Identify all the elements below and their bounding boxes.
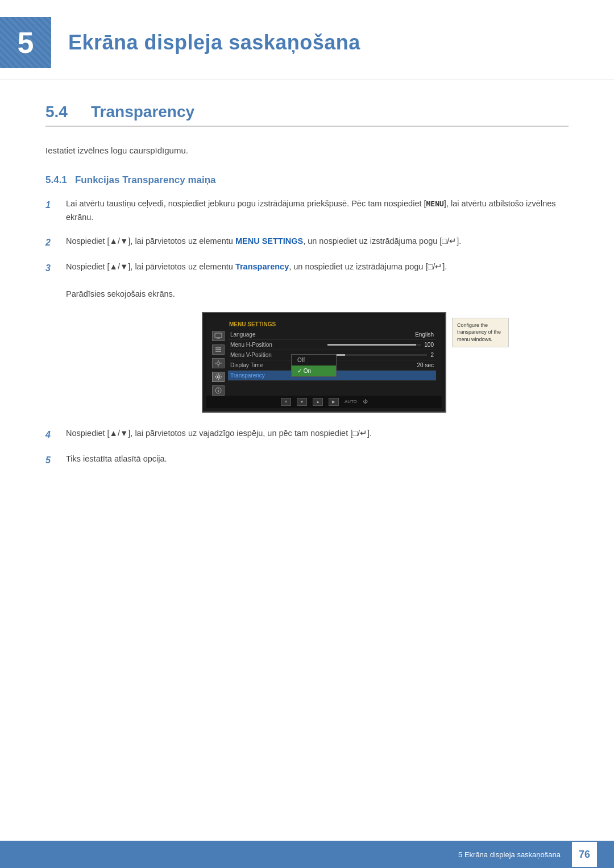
dropdown-on: ✓ On — [292, 366, 336, 376]
note-text: Parādīsies sekojošais ekrāns. — [45, 288, 569, 301]
section-title: Transparency — [91, 103, 194, 121]
menu-row-language: Language English — [228, 330, 436, 340]
step-text-3: Nospiediet [▲/▼], lai pārvietotos uz ele… — [66, 260, 569, 274]
step-text-4: Nospiediet [▲/▼], lai pārvietotos uz vaj… — [66, 427, 569, 441]
screen-container: MENU SETTINGS — [80, 312, 569, 413]
section-heading: 5.4 Transparency — [45, 103, 569, 127]
svg-point-10 — [217, 376, 219, 378]
vpos-bar — [330, 354, 427, 356]
steps-list: 1 Lai atvērtu taustiņu ceļvedi, nospiedi… — [45, 197, 569, 276]
steps-list-2: 4 Nospiediet [▲/▼], lai pārvietotos uz v… — [45, 427, 569, 468]
hpos-bar-fill — [327, 344, 416, 346]
hpos-value: 100 — [424, 342, 434, 348]
chapter-title: Ekrāna displeja saskaņošana — [68, 31, 360, 55]
svg-rect-0 — [215, 333, 222, 338]
language-label: Language — [230, 331, 415, 338]
icon-info — [212, 385, 225, 396]
step-2: 2 Nospiediet [▲/▼], lai pārvietotos uz e… — [45, 235, 569, 250]
step-num-4: 4 — [45, 427, 61, 442]
step-num-3: 3 — [45, 260, 61, 276]
displaytime-value: 20 sec — [417, 362, 434, 368]
step-4: 4 Nospiediet [▲/▼], lai pārvietotos uz v… — [45, 427, 569, 442]
footer-page-number: 76 — [572, 842, 597, 867]
monitor-bottom: ✕ ▼ ▲ ▶ AUTO ⏻ — [206, 396, 442, 408]
page-header: 5 Ekrāna displeja saskaņošana — [0, 0, 614, 80]
step-text-1: Lai atvērtu taustiņu ceļvedi, nospiediet… — [66, 197, 569, 225]
svg-point-5 — [217, 362, 220, 364]
icon-tv — [212, 331, 225, 341]
menu-icons — [212, 330, 225, 396]
label-auto: AUTO — [345, 399, 357, 404]
btn-down: ▼ — [297, 398, 307, 406]
section-number: 5.4 — [45, 103, 80, 121]
btn-right: ▶ — [329, 398, 339, 406]
step-num-2: 2 — [45, 235, 61, 250]
hpos-label: Menu H-Position — [230, 342, 324, 348]
step-5: 5 Tiks iestatīta atlasītā opcija. — [45, 452, 569, 468]
svg-rect-1 — [217, 338, 220, 339]
menu-row-hpos: Menu H-Position 100 — [228, 340, 436, 350]
btn-x: ✕ — [281, 398, 291, 406]
step-num-5: 5 — [45, 452, 61, 468]
main-content: 5.4 Transparency Iestatiet izvēlnes logu… — [0, 80, 614, 525]
footer-chapter-label: 5 Ekrāna displeja saskaņošana — [17, 850, 572, 859]
monitor-inner: MENU SETTINGS — [206, 317, 442, 396]
svg-point-13 — [218, 388, 219, 389]
monitor-screen: MENU SETTINGS — [202, 312, 446, 413]
label-power: ⏻ — [363, 399, 367, 404]
step-text-2: Nospiediet [▲/▼], lai pārvietotos uz ele… — [66, 235, 569, 248]
dropdown-off: Off — [292, 355, 336, 366]
chapter-number: 5 — [18, 26, 34, 60]
page-footer: 5 Ekrāna displeja saskaņošana 76 — [0, 841, 614, 868]
step-3: 3 Nospiediet [▲/▼], lai pārvietotos uz e… — [45, 260, 569, 276]
subsection-heading: 5.4.1 Funkcijas Transparency maiņa — [45, 175, 569, 186]
tooltip-box: Configure the transparency of the menu w… — [452, 318, 509, 347]
btn-up: ▲ — [313, 398, 323, 406]
intro-text: Iestatiet izvēlnes logu caurspīdīgumu. — [45, 144, 569, 157]
dropdown-popup: Off ✓ On — [291, 354, 337, 377]
subsection-number: 5.4.1 — [45, 175, 67, 185]
subsection-title: Funkcijas Transparency maiņa — [75, 175, 216, 185]
step-num-1: 1 — [45, 197, 61, 213]
chapter-badge: 5 — [0, 17, 51, 68]
icon-gear-active — [212, 372, 225, 382]
icon-lines — [212, 344, 225, 355]
vpos-value: 2 — [430, 352, 434, 358]
menu-settings-label: MENU SETTINGS — [212, 321, 436, 327]
icon-settings — [212, 358, 225, 368]
monitor-wrapper: MENU SETTINGS — [202, 312, 446, 413]
step-text-5: Tiks iestatīta atlasītā opcija. — [66, 452, 569, 466]
language-value: English — [415, 331, 434, 338]
hpos-bar — [327, 344, 421, 346]
step-1: 1 Lai atvērtu taustiņu ceļvedi, nospiedi… — [45, 197, 569, 225]
